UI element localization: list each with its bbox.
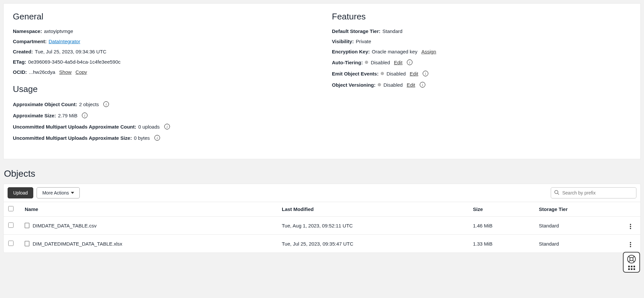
table-header-row: Name Last Modified Size Storage Tier (4, 202, 640, 217)
object-name[interactable]: DIM_DATEDIMDATE_DATA_TABLE.xlsx (33, 241, 122, 247)
emit-events-edit-link[interactable]: Edit (410, 71, 418, 76)
row-actions-menu[interactable] (629, 223, 632, 230)
visibility-label: Visibility: (332, 39, 354, 44)
uncommitted-count-label: Uncommitted Multipart Uploads Approximat… (13, 124, 136, 130)
compartment-link[interactable]: DataIntegrator (49, 39, 80, 44)
file-icon (25, 241, 29, 246)
column-header-last-modified[interactable]: Last Modified (277, 202, 468, 217)
info-icon[interactable]: i (81, 112, 88, 119)
assign-key-link[interactable]: Assign (421, 49, 436, 54)
auto-tiering-row: Auto-Tiering: Disabled Edit i (332, 59, 631, 66)
versioning-value: Disabled (384, 82, 403, 88)
info-icon[interactable]: i (422, 70, 429, 77)
info-icon[interactable]: i (419, 81, 426, 88)
ocid-value: ...hw26cdya (29, 69, 55, 75)
svg-text:i: i (422, 83, 423, 87)
upload-button[interactable]: Upload (8, 187, 33, 198)
svg-text:i: i (166, 125, 167, 129)
usage-heading: Usage (13, 84, 312, 94)
auto-tiering-value: Disabled (371, 60, 390, 65)
svg-text:i: i (84, 113, 85, 117)
column-header-tier[interactable]: Storage Tier (534, 202, 624, 217)
ocid-row: OCID: ...hw26cdya Show Copy (13, 69, 312, 75)
encryption-label: Encryption Key: (332, 49, 370, 54)
svg-text:i: i (157, 136, 158, 140)
auto-tiering-edit-link[interactable]: Edit (394, 60, 402, 65)
ocid-show-link[interactable]: Show (59, 69, 72, 75)
column-header-size[interactable]: Size (468, 202, 534, 217)
floating-help-widget[interactable] (623, 252, 640, 256)
uncommitted-size-value: 0 bytes (134, 135, 150, 141)
compartment-label: Compartment: (13, 39, 47, 44)
bucket-info-panel: General Namespace: axtoyiptvmge Compartm… (3, 3, 641, 159)
object-name[interactable]: DIMDATE_DATA_TABLE.csv (33, 223, 97, 228)
object-count-row: Approximate Object Count: 2 objects i (13, 101, 312, 107)
ocid-copy-link[interactable]: Copy (75, 69, 87, 75)
object-tier: Standard (534, 235, 624, 253)
support-icon[interactable] (627, 254, 636, 256)
emit-events-label: Emit Object Events: (332, 71, 379, 76)
object-last-modified: Tue, Jul 25, 2023, 09:35:47 UTC (277, 235, 468, 253)
svg-text:i: i (409, 60, 410, 64)
object-count-label: Approximate Object Count: (13, 102, 77, 107)
row-actions-menu[interactable] (629, 241, 632, 249)
left-column: General Namespace: axtoyiptvmge Compartm… (13, 12, 312, 146)
info-icon[interactable]: i (154, 134, 161, 141)
info-icon[interactable]: i (103, 101, 109, 107)
object-size: 1.46 MiB (468, 217, 534, 235)
auto-tiering-label: Auto-Tiering: (332, 60, 363, 65)
info-icon[interactable]: i (164, 123, 170, 130)
storage-tier-value: Standard (382, 28, 402, 34)
objects-panel: Upload More Actions Name Last Modified S… (3, 184, 641, 253)
table-row: DIMDATE_DATA_TABLE.csv Tue, Aug 1, 2023,… (4, 217, 640, 235)
select-all-checkbox[interactable] (8, 206, 14, 211)
ocid-label: OCID: (13, 69, 27, 75)
objects-toolbar: Upload More Actions (4, 184, 640, 202)
encryption-value: Oracle managed key (372, 49, 417, 54)
visibility-value: Private (356, 39, 371, 44)
status-dot-icon (378, 83, 381, 86)
svg-text:i: i (106, 102, 107, 106)
approx-size-value: 2.79 MiB (58, 113, 77, 118)
search-input[interactable] (551, 187, 636, 198)
versioning-edit-link[interactable]: Edit (407, 82, 415, 88)
row-checkbox[interactable] (8, 241, 14, 246)
right-column: Features Default Storage Tier: Standard … (332, 12, 631, 146)
table-row: DIM_DATEDIMDATE_DATA_TABLE.xlsx Tue, Jul… (4, 235, 640, 253)
general-heading: General (13, 12, 312, 22)
created-value: Tue, Jul 25, 2023, 09:34:36 UTC (35, 49, 106, 54)
status-dot-icon (365, 61, 368, 64)
visibility-row: Visibility: Private (332, 39, 631, 44)
storage-tier-label: Default Storage Tier: (332, 28, 380, 34)
row-checkbox[interactable] (8, 223, 14, 228)
etag-label: ETag: (13, 59, 26, 65)
object-size: 1.33 MiB (468, 235, 534, 253)
versioning-label: Object Versioning: (332, 82, 376, 88)
storage-tier-row: Default Storage Tier: Standard (332, 28, 631, 34)
object-last-modified: Tue, Aug 1, 2023, 09:52:11 UTC (277, 217, 468, 235)
uncommitted-count-row: Uncommitted Multipart Uploads Approximat… (13, 123, 312, 130)
approx-size-label: Approximate Size: (13, 113, 56, 118)
versioning-row: Object Versioning: Disabled Edit i (332, 81, 631, 88)
objects-heading: Objects (0, 159, 644, 184)
etag-row: ETag: 0e396069-3450-4a5d-b4ca-1c4fe3ee59… (13, 59, 312, 65)
namespace-value: axtoyiptvmge (44, 28, 73, 34)
info-icon[interactable]: i (406, 59, 413, 66)
created-row: Created: Tue, Jul 25, 2023, 09:34:36 UTC (13, 49, 312, 54)
namespace-row: Namespace: axtoyiptvmge (13, 28, 312, 34)
uncommitted-size-row: Uncommitted Multipart Uploads Approximat… (13, 134, 312, 141)
emit-events-value: Disabled (387, 71, 406, 76)
object-tier: Standard (534, 217, 624, 235)
more-actions-button[interactable]: More Actions (37, 187, 80, 198)
encryption-row: Encryption Key: Oracle managed key Assig… (332, 49, 631, 54)
more-actions-label: More Actions (42, 190, 69, 195)
objects-table: Name Last Modified Size Storage Tier DIM… (4, 202, 640, 253)
search-wrap (551, 187, 636, 198)
compartment-row: Compartment: DataIntegrator (13, 39, 312, 44)
created-label: Created: (13, 49, 33, 54)
object-count-value: 2 objects (79, 102, 99, 107)
chevron-down-icon (71, 192, 74, 194)
svg-text:i: i (425, 72, 426, 75)
column-header-name[interactable]: Name (20, 202, 277, 217)
uncommitted-count-value: 0 uploads (138, 124, 160, 130)
